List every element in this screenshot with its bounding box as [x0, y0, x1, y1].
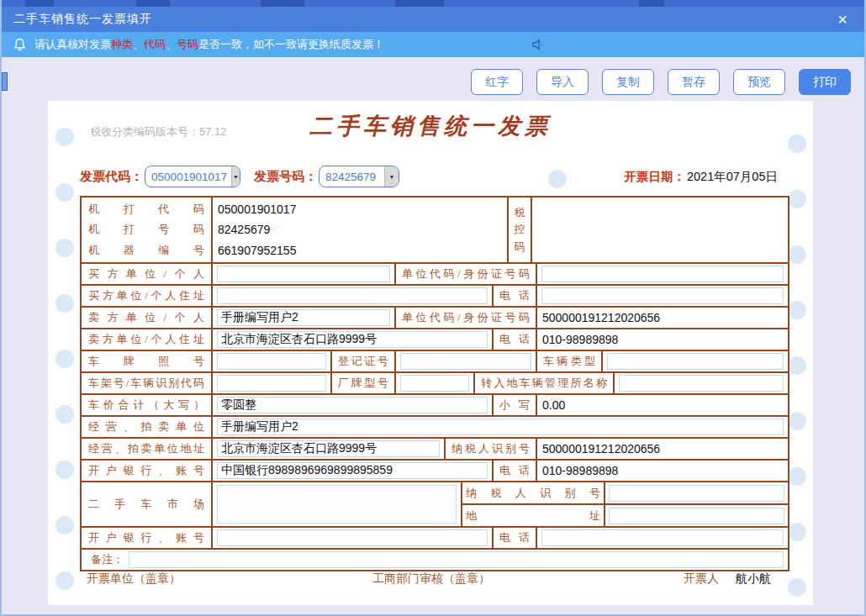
close-icon[interactable]: × — [832, 11, 853, 28]
speaker-icon[interactable] — [530, 36, 547, 55]
buyer-phone-input[interactable] — [541, 287, 784, 304]
invoice-date-value: 2021年07月05日 — [687, 169, 778, 185]
buyer-name-input[interactable] — [217, 266, 390, 282]
buyer-phone-label: 电话 — [496, 288, 533, 303]
invoice-date-label: 开票日期： — [624, 169, 685, 185]
tax-control-code-label: 税控码 — [514, 204, 526, 255]
vehicle-type-input[interactable] — [607, 353, 784, 370]
dealer-label: 经营、拍卖单位 — [84, 419, 209, 434]
price-small-value: 0.00 — [540, 398, 565, 412]
invoice-date: 开票日期： 2021年07月05日 — [624, 169, 778, 185]
buyer-id-input[interactable] — [541, 266, 784, 282]
seller-name-label: 卖方单位/个人 — [84, 310, 209, 325]
transfer-office-label: 转入地车辆管理所名称 — [478, 376, 610, 391]
invoice-number-label: 发票号码： — [254, 169, 317, 185]
market-taxid-label: 纳税人识别号 — [462, 486, 604, 501]
preview-button[interactable]: 预览 — [733, 69, 785, 95]
market-input[interactable] — [217, 485, 457, 524]
dealer-bank-label: 开户银行、账号 — [84, 463, 209, 478]
invoice-number-dropdown-arrow-icon[interactable]: ▼ — [384, 166, 399, 187]
buyer-address-label: 买方单位/个人住址 — [84, 288, 209, 303]
vehicle-type-label: 车辆类型 — [540, 354, 599, 369]
bell-icon — [13, 38, 26, 51]
market-address-input[interactable] — [609, 508, 784, 524]
window-title: 二手车销售统一发票填开 — [13, 12, 152, 27]
market-address-label: 地址 — [462, 508, 604, 524]
machine-id-label: 机器编号 — [84, 240, 209, 261]
buyer-name-row: 买方单位/个人 单位代码/身份证号码 — [82, 262, 788, 284]
machine-code-value: 050001901017 — [215, 199, 504, 219]
plate-label: 车牌照号 — [84, 354, 209, 369]
background-app-strip — [2, 0, 864, 7]
dealer-taxid-value: 500000191212020656 — [540, 442, 660, 455]
drawer-label: 开票人 — [684, 571, 719, 587]
background-edge-tab — [2, 72, 8, 91]
invoice-code-row: 发票代码： 050001901017 ▼ 发票号码： 82425679 ▼ 开票… — [80, 165, 781, 188]
plate-row: 车牌照号 登记证号 车辆类型 — [82, 350, 788, 371]
toolbar: 红字 导入 复制 暂存 预览 打印 — [471, 69, 851, 95]
transfer-office-input[interactable] — [619, 375, 784, 392]
dealer-bank-phone-label: 电话 — [496, 463, 533, 478]
copy-button[interactable]: 复制 — [602, 69, 654, 95]
market-row: 二手车市场 纳税人识别号 地址 — [82, 481, 788, 526]
dealer-bank-input[interactable] — [217, 462, 488, 479]
remark-input[interactable] — [129, 551, 784, 568]
market-taxid-input[interactable] — [609, 485, 784, 502]
price-words-input[interactable] — [217, 397, 488, 413]
price-row: 车价合计（大写） 小写 0.00 — [82, 393, 788, 415]
market-bank-phone-input[interactable] — [541, 529, 784, 546]
invoice-code-select[interactable]: 050001901017 ▼ — [145, 166, 240, 187]
seller-id-label: 单位代码/身份证号码 — [399, 310, 533, 325]
brand-model-input[interactable] — [400, 375, 469, 392]
remark-label: 备注： — [84, 552, 127, 567]
vin-input[interactable] — [217, 375, 326, 392]
price-words-label: 车价合计（大写） — [84, 398, 209, 413]
seller-phone-value: 010-98989898 — [540, 333, 618, 346]
registration-input[interactable] — [400, 353, 531, 370]
notice-bar: 请认真核对发票种类、代码、号码是否一致，如不一致请更换纸质发票！ — [2, 32, 864, 57]
vin-label: 车架号/车辆识别代码 — [84, 376, 209, 391]
market-bank-row: 开户银行、账号 电话 — [82, 526, 788, 548]
seller-address-input[interactable] — [217, 331, 488, 348]
market-bank-input[interactable] — [217, 529, 488, 546]
dealer-address-input[interactable] — [217, 440, 440, 457]
seller-address-label: 卖方单位/个人住址 — [84, 332, 209, 347]
dealer-bank-phone-value: 010-98989898 — [540, 464, 618, 477]
tax-control-code-cell — [531, 197, 788, 262]
seller-phone-label: 电话 — [496, 332, 533, 347]
seller-name-row: 卖方单位/个人 单位代码/身份证号码 500000191212020656 — [82, 306, 788, 328]
dealer-input[interactable] — [217, 419, 784, 435]
machine-block-row: 机打代码 机打号码 机器编号 050001901017 82425679 661… — [82, 197, 788, 262]
plate-input[interactable] — [217, 353, 326, 370]
print-button[interactable]: 打印 — [799, 69, 851, 95]
import-button[interactable]: 导入 — [536, 69, 589, 95]
machine-number-label: 机打号码 — [84, 219, 209, 240]
seller-name-input[interactable] — [217, 309, 390, 326]
brand-model-label: 厂牌型号 — [335, 376, 392, 391]
market-label: 二手车市场 — [84, 497, 209, 512]
temp-save-button[interactable]: 暂存 — [668, 69, 720, 95]
red-letter-button[interactable]: 红字 — [471, 69, 523, 95]
remark-row: 备注： — [82, 548, 788, 570]
invoice-number-select[interactable]: 82425679 ▼ — [319, 166, 399, 187]
seller-address-row: 卖方单位/个人住址 电话 010-98989898 — [82, 328, 788, 350]
invoice-panel: 税收分类编码版本号：57.12 二手车销售统一发票 发票代码： 05000190… — [48, 101, 813, 605]
dealer-address-label: 经营、拍卖单位地址 — [84, 441, 209, 456]
invoice-number-value: 82425679 — [319, 171, 384, 183]
invoice-footer: 开票单位（盖章） 工商部门审核（盖章） 开票人 航小航 — [80, 571, 789, 590]
buyer-address-row: 买方单位/个人住址 电话 — [82, 284, 788, 306]
market-bank-phone-label: 电话 — [496, 530, 533, 545]
dealer-taxid-label: 纳税人识别号 — [448, 441, 533, 456]
invoice-code-dropdown-arrow-icon[interactable]: ▼ — [231, 166, 240, 187]
machine-id-value: 661907952155 — [215, 240, 504, 261]
market-bank-label: 开户银行、账号 — [84, 530, 209, 545]
invoice-window: 二手车销售统一发票填开 × 请认真核对发票种类、代码、号码是否一致，如不一致请更… — [0, 0, 866, 616]
machine-number-value: 82425679 — [215, 219, 504, 240]
seller-id-value: 500000191212020656 — [540, 311, 660, 324]
dealer-address-row: 经营、拍卖单位地址 纳税人识别号 500000191212020656 — [82, 437, 788, 459]
invoice-code-value: 050001901017 — [145, 171, 231, 183]
review-seal-label: 工商部门审核（盖章） — [372, 571, 490, 587]
buyer-address-input[interactable] — [217, 287, 488, 304]
vin-row: 车架号/车辆识别代码 厂牌型号 转入地车辆管理所名称 — [82, 371, 788, 393]
registration-label: 登记证号 — [335, 354, 392, 369]
